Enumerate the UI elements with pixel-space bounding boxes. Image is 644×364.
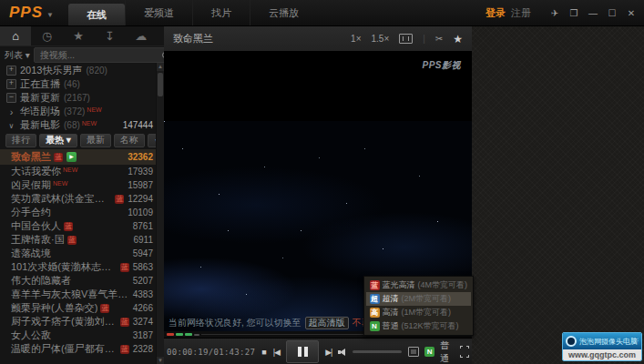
play-icon[interactable]: ▶ — [66, 152, 77, 162]
list-item[interactable]: 笑功震武林(洪金宝王祖蓝吴君如... 蓝 12294 — [0, 192, 164, 206]
list-dropdown[interactable]: 列表 ▾ — [5, 49, 30, 62]
search-input[interactable] — [38, 49, 162, 61]
tree-item[interactable]: 2013快乐男声 (820) — [0, 64, 164, 77]
history-icon[interactable]: ◷ — [31, 26, 62, 46]
quality-label: 高清 — [383, 307, 399, 318]
tree-label: 正在直播 — [20, 77, 60, 91]
register-link[interactable]: 注册 — [511, 6, 531, 20]
volume-icon[interactable] — [338, 348, 346, 357]
scale-150-button[interactable]: 1.5× — [371, 34, 389, 44]
view-count: 4266 — [129, 303, 153, 313]
chevron-right-icon[interactable] — [6, 106, 16, 117]
tree-label: 最新电影 — [20, 118, 60, 132]
list-item[interactable]: 厨子戏子痞子(黄渤刘烨张涵予) 蓝 3274 — [0, 315, 164, 329]
tree-item[interactable]: 华语剧场 (372) NEW — [0, 105, 164, 118]
quality-menu-item[interactable]: 蓝 蓝光高清 (4M带宽可看) — [366, 278, 472, 292]
tree-count: (372) — [64, 106, 85, 116]
logo-dropdown-icon[interactable]: ▼ — [46, 11, 54, 19]
list-item[interactable]: 喜羊羊与灰太狼V喜气羊羊过蛇年 4383 — [0, 288, 164, 301]
cloud-icon[interactable]: ☁ — [126, 26, 157, 46]
movie-title: 女人公敌 — [11, 329, 51, 342]
movie-title: 致命黑兰 — [11, 150, 51, 164]
sort-name-button[interactable]: 名称 — [114, 134, 145, 147]
home-icon[interactable]: ⌂ — [0, 26, 31, 46]
list-item[interactable]: 大话我爱你 NEW 17939 — [0, 165, 164, 178]
collapse-minus-icon[interactable] — [6, 93, 16, 103]
switch-quality-button[interactable]: 超高清版 — [305, 317, 349, 329]
previous-button[interactable]: |◀ — [273, 348, 280, 357]
movie-title: 凶灵假期 — [11, 178, 51, 192]
quality-tier-badge: 蓝 — [370, 280, 380, 290]
letterbox-icon[interactable] — [408, 347, 419, 357]
movie-title: 分手合约 — [11, 206, 51, 219]
scroll-up-icon[interactable]: ▲ — [157, 63, 164, 71]
tree-item[interactable]: 最新更新 (2167) — [0, 91, 164, 105]
list-item[interactable]: 颤栗异种(人兽杂交) 蓝 4266 — [0, 301, 164, 315]
expand-plus-icon[interactable] — [6, 66, 16, 76]
pause-button[interactable] — [286, 340, 319, 363]
sort-new-button[interactable]: 最新 — [80, 134, 111, 147]
tab-channels[interactable]: 爱频道 — [125, 0, 192, 25]
site-logo-icon — [566, 336, 577, 347]
maximize-button[interactable]: ☐ — [607, 8, 618, 18]
list-item[interactable]: 101次求婚(黄渤林志玲高以翔) 蓝 5863 — [0, 260, 164, 274]
favorite-star-icon[interactable]: ★ — [453, 33, 463, 46]
pin-icon[interactable]: ✈ — [549, 8, 560, 18]
list-item[interactable]: 分手合约 10109 — [0, 206, 164, 219]
list-item[interactable]: 伟大的隐藏者 5207 — [0, 274, 164, 288]
list-item[interactable]: 女人公敌 3187 — [0, 329, 164, 342]
close-button[interactable]: ✕ — [626, 8, 637, 18]
expand-plus-icon[interactable] — [6, 79, 16, 89]
login-link[interactable]: 登录 — [486, 6, 506, 20]
sort-hot-button[interactable]: 最热 ▾ — [39, 134, 77, 147]
list-item[interactable]: 中国合伙人 蓝 8761 — [0, 219, 164, 233]
video-player: 致命黑兰 1× 1.5× | ✂ ★ PPS影视 当前网络状况良好, 您可以切换… — [164, 26, 472, 364]
scroll-down-icon[interactable]: ▼ — [157, 357, 164, 364]
pps-window: PPS ▼ 在线 爱频道 找片 云播放 登录 注册 ✈ ❐ — ☐ ✕ ⌂ ◷ — [0, 0, 644, 364]
window-controls: ✈ ❐ — ☐ ✕ — [549, 8, 637, 18]
minimize-button[interactable]: — — [588, 8, 598, 18]
skin-icon[interactable]: ❐ — [568, 8, 579, 18]
list-item[interactable]: 温暖的尸体(僵尸都有这么帅) 蓝 2328 — [0, 342, 164, 356]
tree-label: 华语剧场 — [20, 105, 60, 118]
separator: | — [423, 34, 425, 44]
quality-menu-item[interactable]: 高 高清 (1M带宽可看) — [366, 306, 472, 319]
tab-cloud[interactable]: 云播放 — [250, 0, 317, 25]
quality-menu-item[interactable]: 超 超清 (2M带宽可看) — [366, 292, 472, 306]
view-count: 5207 — [129, 276, 153, 286]
tab-online[interactable]: 在线 — [68, 4, 125, 25]
quality-menu-item[interactable]: N 普通 (512K带宽可看) — [366, 319, 472, 333]
sort-filter-bar: 排行 最热 ▾ 最新 名称 ▼筛选 — [0, 132, 164, 149]
next-button[interactable]: ▶| — [325, 348, 332, 357]
tree-item[interactable]: 正在直播 (46) — [0, 77, 164, 91]
chevron-down-icon[interactable] — [6, 121, 16, 130]
list-item[interactable]: 王牌情敌·国 蓝 6911 — [0, 233, 164, 247]
stop-button[interactable]: ■ — [261, 348, 266, 357]
quality-badge[interactable]: N — [424, 347, 434, 357]
tab-find[interactable]: 找片 — [192, 0, 250, 25]
view-count: 12294 — [124, 194, 153, 204]
scrollbar-thumb[interactable] — [158, 73, 163, 96]
download-icon[interactable]: ↧ — [94, 26, 125, 46]
list-item[interactable]: 致命黑兰 蓝 ▶ 32362 — [0, 149, 164, 165]
pps-logo[interactable]: PPS — [9, 4, 43, 22]
new-badge: NEW — [63, 165, 77, 175]
volume-slider[interactable] — [353, 350, 402, 353]
sidebar-scrollbar[interactable]: ▲ ▼ — [156, 63, 164, 364]
movie-title: 遗落战境 — [11, 247, 51, 260]
fullscreen-icon[interactable] — [460, 346, 470, 358]
tree-count: (46) — [64, 79, 80, 89]
list-item[interactable]: 凶灵假期 NEW 15987 — [0, 178, 164, 192]
aspect-ratio-icon[interactable] — [399, 34, 413, 44]
favorites-star-icon[interactable]: ★ — [63, 26, 94, 46]
sort-rank-button[interactable]: 排行 — [5, 134, 36, 147]
search-box — [34, 47, 164, 63]
tree-item[interactable]: 最新电影 (68) NEW 147444 — [0, 118, 164, 132]
scale-100-button[interactable]: 1× — [351, 34, 361, 44]
quality-label: 普通 — [383, 320, 399, 332]
list-item[interactable]: 遗落战境 5947 — [0, 247, 164, 260]
player-title-bar: 致命黑兰 1× 1.5× | ✂ ★ — [164, 26, 472, 52]
quality-button[interactable]: 普通 — [440, 339, 454, 364]
scissors-icon[interactable]: ✂ — [435, 34, 443, 44]
now-playing-title: 致命黑兰 — [173, 32, 213, 46]
